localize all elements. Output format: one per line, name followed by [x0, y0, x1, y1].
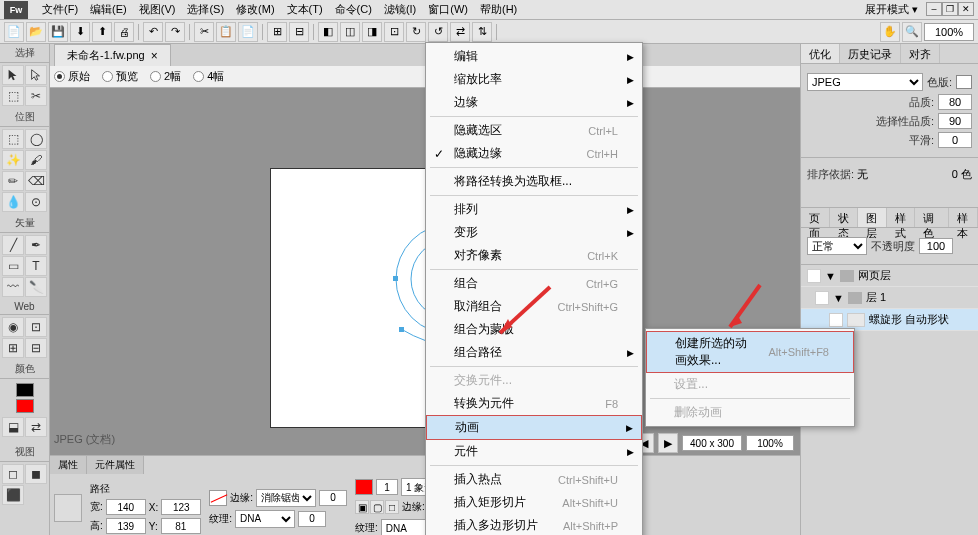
cm-zoom[interactable]: 缩放比率▶: [426, 68, 642, 91]
export-button[interactable]: ⬆: [92, 22, 112, 42]
cm-animation[interactable]: 动画▶: [426, 415, 642, 440]
expand-icon[interactable]: ▼: [833, 292, 844, 304]
cm-edges[interactable]: 边缘▶: [426, 91, 642, 114]
hand-tool-button[interactable]: ✋: [880, 22, 900, 42]
quality-input[interactable]: [938, 94, 972, 110]
restore-button[interactable]: ❐: [942, 2, 958, 16]
cm-insert-poly-slice[interactable]: 插入多边形切片Alt+Shift+P: [426, 514, 642, 535]
fill-texture-amount[interactable]: [298, 511, 326, 527]
cm-insert-hotspot[interactable]: 插入热点Ctrl+Shift+U: [426, 468, 642, 491]
freeform-tool[interactable]: 〰: [2, 277, 24, 297]
copy-button[interactable]: 📋: [216, 22, 236, 42]
menu-select[interactable]: 选择(S): [181, 0, 230, 19]
cm-arrange[interactable]: 排列▶: [426, 198, 642, 221]
fill-texture-select[interactable]: DNA: [235, 510, 295, 528]
zoom-input[interactable]: [924, 23, 974, 41]
x-input[interactable]: [161, 499, 201, 515]
rotate-cw-button[interactable]: ↻: [406, 22, 426, 42]
wand-tool[interactable]: ✨: [2, 150, 24, 170]
fill-color-swatch[interactable]: [16, 399, 34, 413]
cm-insert-rect-slice[interactable]: 插入矩形切片Alt+Shift+U: [426, 491, 642, 514]
distribute-button[interactable]: ⊡: [384, 22, 404, 42]
stroke-placement-center[interactable]: ▢: [370, 500, 384, 514]
expand-mode-button[interactable]: 展开模式 ▾: [865, 2, 918, 17]
optimize-tab[interactable]: 优化: [801, 44, 840, 63]
minimize-button[interactable]: –: [926, 2, 942, 16]
knife-tool[interactable]: 🔪: [25, 277, 47, 297]
visibility-icon[interactable]: [815, 291, 829, 305]
menu-window[interactable]: 窗口(W): [422, 0, 474, 19]
new-file-button[interactable]: 📄: [4, 22, 24, 42]
cm-hide-selection[interactable]: 隐藏选区Ctrl+L: [426, 119, 642, 142]
rect-tool[interactable]: ▭: [2, 256, 24, 276]
expand-icon[interactable]: ▼: [825, 270, 836, 282]
states-tab[interactable]: 状态: [830, 208, 859, 227]
menu-text[interactable]: 文本(T): [281, 0, 329, 19]
two-up-option[interactable]: 2幅: [150, 69, 181, 84]
height-input[interactable]: [106, 518, 146, 534]
stamp-tool[interactable]: ⊙: [25, 192, 47, 212]
redo-button[interactable]: ↷: [165, 22, 185, 42]
sample-tab[interactable]: 样本: [949, 208, 978, 227]
fill-color-picker[interactable]: [209, 490, 227, 506]
swatches-tab[interactable]: 调色板: [915, 208, 949, 227]
default-colors-button[interactable]: ⬓: [2, 417, 24, 437]
menu-command[interactable]: 命令(C): [329, 0, 378, 19]
crop-tool[interactable]: ✂: [25, 86, 47, 106]
align-right-button[interactable]: ◨: [362, 22, 382, 42]
cm-edit[interactable]: 编辑▶: [426, 45, 642, 68]
cm-hide-edges[interactable]: ✓隐藏边缘Ctrl+H: [426, 142, 642, 165]
standard-view-button[interactable]: ◻: [2, 464, 24, 484]
flip-v-button[interactable]: ⇅: [472, 22, 492, 42]
eraser-tool[interactable]: ⌫: [25, 171, 47, 191]
swap-colors-button[interactable]: ⇄: [25, 417, 47, 437]
opacity-input[interactable]: [919, 238, 953, 254]
format-select[interactable]: JPEG: [807, 73, 923, 91]
menu-view[interactable]: 视图(V): [133, 0, 182, 19]
fullscreen-menu-button[interactable]: ◼: [25, 464, 47, 484]
symbol-properties-tab[interactable]: 元件属性: [87, 456, 144, 474]
hide-slice-button[interactable]: ⊞: [2, 338, 24, 358]
cm-snap-to-pixel[interactable]: 对齐像素Ctrl+K: [426, 244, 642, 267]
canvas-size-display[interactable]: [682, 435, 742, 451]
cm-symbol[interactable]: 元件▶: [426, 440, 642, 463]
pages-tab[interactable]: 页面: [801, 208, 830, 227]
open-file-button[interactable]: 📂: [26, 22, 46, 42]
undo-button[interactable]: ↶: [143, 22, 163, 42]
fill-edge-amount[interactable]: [319, 490, 347, 506]
four-up-option[interactable]: 4幅: [193, 69, 224, 84]
rotate-ccw-button[interactable]: ↺: [428, 22, 448, 42]
visibility-icon[interactable]: [807, 269, 821, 283]
selective-quality-input[interactable]: [938, 113, 972, 129]
menu-edit[interactable]: 编辑(E): [84, 0, 133, 19]
y-input[interactable]: [161, 518, 201, 534]
fill-edge-select[interactable]: 消除锯齿: [256, 489, 316, 507]
stroke-color-swatch[interactable]: [16, 383, 34, 397]
fullscreen-button[interactable]: ⬛: [2, 485, 24, 505]
width-input[interactable]: [106, 499, 146, 515]
cm-path-to-marquee[interactable]: 将路径转换为选取框...: [426, 170, 642, 193]
history-tab[interactable]: 历史记录: [840, 44, 901, 63]
brush-tool[interactable]: 🖌: [25, 150, 47, 170]
align-tab[interactable]: 对齐: [901, 44, 940, 63]
visibility-icon[interactable]: [829, 313, 843, 327]
pen-tool[interactable]: ✒: [25, 235, 47, 255]
stroke-width-input[interactable]: [376, 479, 398, 495]
pointer-tool[interactable]: [2, 65, 24, 85]
layer-row[interactable]: ▼ 层 1: [801, 287, 978, 309]
line-tool[interactable]: ╱: [2, 235, 24, 255]
group-button[interactable]: ⊞: [267, 22, 287, 42]
menu-modify[interactable]: 修改(M): [230, 0, 281, 19]
text-tool[interactable]: T: [25, 256, 47, 276]
tab-close-button[interactable]: ×: [151, 49, 158, 63]
save-button[interactable]: 💾: [48, 22, 68, 42]
print-button[interactable]: 🖨: [114, 22, 134, 42]
matte-color-swatch[interactable]: [956, 75, 972, 89]
ungroup-button[interactable]: ⊟: [289, 22, 309, 42]
marquee-tool[interactable]: ⬚: [2, 129, 24, 149]
layers-tab[interactable]: 图层: [858, 208, 887, 227]
styles-tab[interactable]: 样式: [887, 208, 916, 227]
close-button[interactable]: ✕: [958, 2, 974, 16]
menu-help[interactable]: 帮助(H): [474, 0, 523, 19]
smooth-input[interactable]: [938, 132, 972, 148]
